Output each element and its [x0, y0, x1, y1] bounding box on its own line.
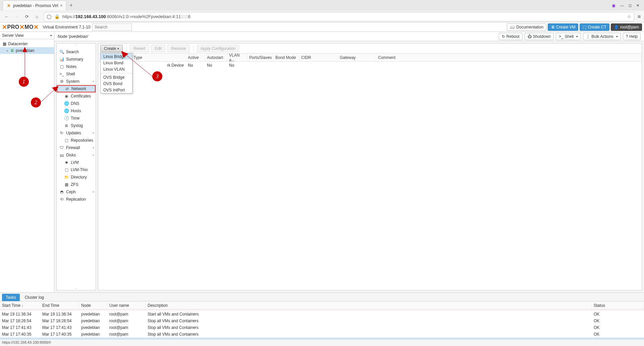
menu-time[interactable]: 🕐Time — [57, 115, 96, 122]
scroll-up-icon[interactable]: ⌃ — [57, 44, 96, 48]
network-grid-header: Name↑ Type Active Autostart VLAN a... Po… — [98, 54, 642, 62]
box-icon: ▢ — [64, 138, 69, 143]
separator — [126, 46, 126, 52]
note-icon: ▢ — [59, 64, 64, 69]
cube-icon: ⬚ — [583, 25, 586, 29]
help-button[interactable]: ?Help — [623, 33, 641, 40]
menu-replication[interactable]: ⟲Replication — [57, 196, 96, 203]
proxmox-logo[interactable]: ✕PRO✕MO✕ — [2, 23, 39, 31]
menu-dns[interactable]: 🌐DNS — [57, 100, 96, 107]
tab-cluster-log[interactable]: Cluster log — [21, 294, 48, 301]
cell-desc: Stop all VMs and Containers — [146, 318, 592, 324]
shell-button[interactable]: >_Shell — [556, 33, 581, 40]
log-row[interactable]: Mar 17 17:40:35Mar 17 17:40:35pvedebianr… — [0, 331, 644, 338]
expand-icon[interactable]: ▸ — [7, 49, 8, 52]
network-grid-row[interactable]: rk Device No No No — [98, 62, 642, 69]
menu-shell[interactable]: >_Shell — [57, 70, 96, 78]
col-bond[interactable]: Bond Mode — [273, 54, 299, 61]
close-window-icon[interactable]: ✕ — [636, 3, 639, 8]
cell-user: root@pam — [107, 318, 146, 324]
lock-icon[interactable]: 🔒 — [54, 14, 60, 19]
list-icon: ⋮ — [586, 34, 590, 39]
create-ct-button[interactable]: ⬚Create CT — [580, 23, 609, 31]
dd-ovs-bond[interactable]: OVS Bond — [101, 80, 132, 87]
tree-datacenter[interactable]: ▦ Datacenter — [0, 41, 54, 47]
menu-ceph[interactable]: ◓Ceph▾ — [57, 188, 96, 196]
menu-syslog[interactable]: ≣Syslog — [57, 122, 96, 129]
menu-notes[interactable]: ▢Notes — [57, 63, 96, 70]
hamburger-menu-icon[interactable]: ≡ — [638, 14, 641, 20]
menu-hosts[interactable]: 🌐Hosts — [57, 107, 96, 115]
menu-repositories[interactable]: ▢Repositories — [57, 137, 96, 144]
log-row[interactable]: Mar 17 17:41:43Mar 17 17:41:43pvedebianr… — [0, 324, 644, 331]
col-active[interactable]: Active — [186, 54, 205, 61]
log-grid-header: Start Time↓ End Time Node User name Desc… — [0, 301, 644, 309]
col-vlan[interactable]: VLAN a... — [227, 54, 247, 61]
menu-firewall[interactable]: 🛡Firewall▾ — [57, 144, 96, 151]
apply-config-button[interactable]: Apply Configuration — [197, 45, 239, 52]
cell-start: Mar 17 18:26:54 — [0, 318, 40, 324]
menu-disks[interactable]: 🖴Disks▾ — [57, 151, 96, 159]
menu-updates[interactable]: ↻Updates▾ — [57, 129, 96, 137]
extension-icon[interactable]: ◉ — [612, 3, 615, 8]
menu-lvmthin[interactable]: ▢LVM-Thin — [57, 166, 96, 174]
globe-icon: 🌐 — [64, 101, 69, 106]
dd-ovs-intport[interactable]: OVS IntPort — [101, 87, 132, 93]
browser-tab[interactable]: ✕ pvedebian - Proxmox Virt × — [3, 0, 66, 10]
col-gateway[interactable]: Gateway — [338, 54, 376, 61]
menu-network[interactable]: ⇄Network — [57, 85, 96, 92]
menu-certificates[interactable]: ◉Certificates — [57, 92, 96, 100]
back-icon[interactable]: ← — [3, 14, 10, 19]
global-search-input[interactable] — [92, 23, 132, 31]
log-row[interactable]: Mar 19 11:36:34Mar 19 11:36:34pvedebianr… — [0, 311, 644, 318]
tab-bar: ✕ pvedebian - Proxmox Virt × + ◉ — ◻ ✕ — [0, 0, 644, 11]
book-icon: 📖 — [510, 25, 515, 29]
col-user[interactable]: User name — [107, 301, 146, 309]
window-controls: ◉ — ◻ ✕ — [612, 3, 644, 8]
view-selector[interactable]: Server View▾ — [0, 32, 54, 39]
home-icon[interactable]: ⌂ — [34, 14, 40, 19]
user-menu-button[interactable]: 👤root@pam — [611, 23, 642, 31]
search-icon: 🔍 — [59, 50, 64, 54]
reboot-button[interactable]: ↻Reboot — [499, 33, 523, 40]
power-icon: ⏻ — [528, 34, 532, 39]
content-row: ⌃ 🔍Search 📊Summary ▢Notes >_Shell ⚙Syste… — [54, 41, 644, 292]
menu-lvm[interactable]: ■LVM — [57, 159, 96, 166]
cell-end: Mar 17 18:26:54 — [40, 318, 79, 324]
col-end-time[interactable]: End Time — [40, 301, 79, 309]
tab-tasks[interactable]: Tasks — [2, 294, 20, 301]
reload-icon[interactable]: ⟳ — [23, 14, 30, 19]
shutdown-button[interactable]: ⏻Shutdown — [525, 33, 554, 40]
menu-search[interactable]: 🔍Search — [57, 48, 96, 56]
shield-icon: 🛡 — [59, 145, 64, 150]
col-status[interactable]: Status — [592, 301, 644, 309]
bookmark-star-icon[interactable]: ☆ — [627, 14, 631, 19]
cell-start: Mar 19 11:36:34 — [0, 311, 40, 318]
create-button[interactable]: Create▾ — [100, 45, 123, 52]
minimize-icon[interactable]: — — [620, 3, 624, 7]
url-input[interactable]: ◯ 🔒 https://192.168.43.100:8006/#v1:0:=n… — [44, 12, 634, 21]
create-vm-button[interactable]: 🖥Create VM — [548, 23, 578, 31]
documentation-button[interactable]: 📖Documentation — [507, 23, 546, 31]
col-ports[interactable]: Ports/Slaves — [247, 54, 273, 61]
menu-system[interactable]: ⚙System▾ — [57, 78, 96, 85]
close-icon[interactable]: × — [60, 3, 63, 8]
bulk-actions-button[interactable]: ⋮Bulk Actions — [583, 33, 621, 40]
col-cidr[interactable]: CIDR — [299, 54, 338, 61]
new-tab-button[interactable]: + — [66, 2, 76, 8]
shield-icon[interactable]: ◯ — [47, 14, 52, 19]
maximize-icon[interactable]: ◻ — [629, 3, 632, 8]
certificate-icon: ◉ — [64, 94, 69, 98]
col-autostart[interactable]: Autostart — [205, 54, 227, 61]
scroll-down-icon[interactable]: ⌄ — [57, 285, 96, 290]
menu-directory[interactable]: 📁Directory — [57, 174, 96, 181]
menu-summary[interactable]: 📊Summary — [57, 56, 96, 63]
col-start-time[interactable]: Start Time↓ — [0, 301, 40, 309]
col-comment[interactable]: Comment — [376, 54, 642, 61]
annotation-3: 3 — [152, 71, 162, 81]
col-description[interactable]: Description — [146, 301, 592, 309]
log-row[interactable]: Mar 17 18:26:54Mar 17 18:26:54pvedebianr… — [0, 318, 644, 324]
col-node[interactable]: Node — [79, 301, 107, 309]
remove-button[interactable]: Remove — [167, 45, 190, 52]
menu-zfs[interactable]: ▦ZFS — [57, 181, 96, 188]
